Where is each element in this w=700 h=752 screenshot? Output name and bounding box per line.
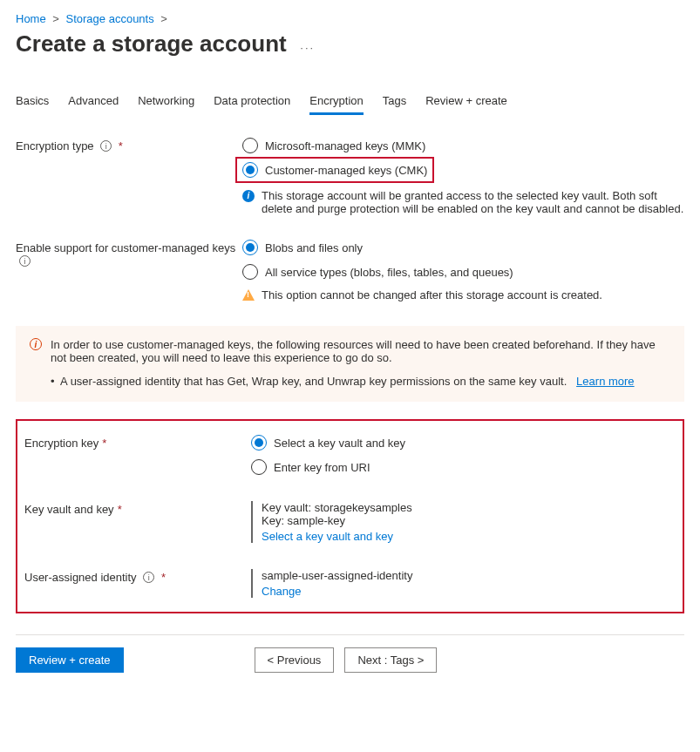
previous-button[interactable]: < Previous [255, 647, 335, 673]
radio-enter-uri-label: Enter key from URI [274, 461, 370, 474]
radio-mmk-label: Microsoft-managed keys (MMK) [265, 139, 425, 152]
info-icon[interactable]: i [19, 255, 31, 267]
tab-encryption[interactable]: Encryption [309, 89, 363, 115]
tab-review-create[interactable]: Review + create [425, 89, 507, 115]
breadcrumb-home[interactable]: Home [16, 12, 46, 25]
encryption-key-label: Encryption key* [24, 435, 251, 450]
enable-support-warning: This option cannot be changed after this… [262, 288, 602, 301]
radio-select-key-vault[interactable]: Select a key vault and key [251, 435, 676, 451]
tab-networking[interactable]: Networking [138, 89, 194, 115]
radio-blobs-files[interactable]: Blobs and files only [242, 240, 684, 255]
tab-advanced[interactable]: Advanced [68, 89, 119, 115]
encryption-type-info: This storage account will be granted acc… [262, 189, 684, 215]
learn-more-link[interactable]: Learn more [576, 375, 634, 388]
breadcrumb-storage-accounts[interactable]: Storage accounts [66, 12, 154, 25]
info-icon: i [30, 338, 42, 350]
prerequisites-callout: i In order to use customer-managed keys,… [16, 326, 684, 402]
chevron-right-icon: > [160, 12, 167, 25]
info-icon: i [242, 190, 255, 202]
radio-select-key-vault-label: Select a key vault and key [274, 437, 405, 450]
radio-enter-uri[interactable]: Enter key from URI [251, 459, 676, 475]
radio-cmk[interactable]: Customer-managed keys (CMK) [235, 157, 434, 183]
review-create-button[interactable]: Review + create [16, 647, 124, 673]
radio-all-services[interactable]: All service types (blobs, files, tables,… [242, 264, 684, 280]
footer: Review + create < Previous Next : Tags > [16, 634, 684, 673]
breadcrumb: Home > Storage accounts > [16, 12, 684, 25]
key-value: Key: sample-key [262, 514, 676, 527]
enable-support-label: Enable support for customer-managed keys… [16, 240, 242, 268]
user-identity-label: User-assigned identity i * [24, 569, 251, 584]
callout-bullet: A user-assigned identity that has Get, W… [60, 375, 567, 388]
warning-icon [242, 289, 255, 301]
tabs: Basics Advanced Networking Data protecti… [16, 89, 684, 115]
callout-text: In order to use customer-managed keys, t… [51, 338, 670, 364]
next-button[interactable]: Next : Tags > [344, 647, 437, 673]
encryption-type-label: Encryption type i * [16, 138, 242, 152]
chevron-right-icon: > [52, 12, 59, 25]
radio-cmk-label: Customer-managed keys (CMK) [265, 164, 427, 177]
key-vault-label: Key vault and key* [24, 501, 251, 516]
tab-tags[interactable]: Tags [383, 89, 406, 115]
radio-blobs-files-label: Blobs and files only [265, 241, 363, 254]
cmk-config-section: Encryption key* Select a key vault and k… [16, 419, 684, 613]
tab-basics[interactable]: Basics [16, 89, 49, 115]
info-icon[interactable]: i [100, 140, 112, 152]
more-icon[interactable]: ··· [300, 41, 315, 54]
info-icon[interactable]: i [143, 572, 154, 583]
required-indicator: * [119, 139, 123, 152]
select-key-vault-link[interactable]: Select a key vault and key [262, 530, 676, 543]
change-identity-link[interactable]: Change [262, 585, 676, 598]
tab-data-protection[interactable]: Data protection [214, 89, 290, 115]
key-vault-value: Key vault: storagekeysamples [262, 501, 676, 514]
user-identity-value: sample-user-assigned-identity [262, 569, 676, 582]
page-title: Create a storage account [16, 30, 287, 58]
radio-mmk[interactable]: Microsoft-managed keys (MMK) [242, 138, 684, 153]
radio-all-services-label: All service types (blobs, files, tables,… [265, 266, 513, 279]
